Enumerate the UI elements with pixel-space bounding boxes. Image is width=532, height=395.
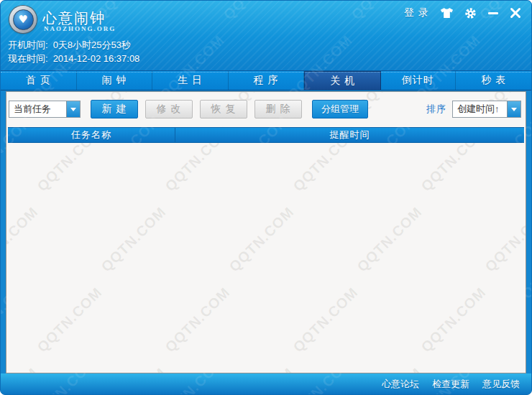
current-time-value: 2014-12-02 16:37:08 <box>53 53 140 64</box>
new-task-button[interactable]: 新 建 <box>91 100 138 118</box>
delete-task-button[interactable]: 删 除 <box>254 100 302 118</box>
sort-order-dropdown[interactable]: 创建时间↑ <box>452 101 521 118</box>
login-button[interactable]: 登 录 <box>404 6 429 19</box>
current-time-label: 现在时间: <box>8 53 48 64</box>
footer-link-feedback[interactable]: 意见反馈 <box>482 378 520 391</box>
column-header-remind-time[interactable]: 提醒时间 <box>175 128 524 142</box>
tab-home[interactable]: 首 页 <box>1 71 77 90</box>
sort-label: 排序 <box>426 103 446 116</box>
header: ♥ 心意闹钟 NAOZHONG.ORG 登 录 <box>1 1 531 70</box>
task-filter-dropdown[interactable]: 当前任务 <box>9 101 81 118</box>
app-logo: ♥ <box>9 6 37 33</box>
skin-icon[interactable] <box>440 7 454 19</box>
heart-icon: ♥ <box>18 14 27 25</box>
uptime-label: 开机时间: <box>8 40 48 50</box>
tab-bar: 首 页 闹 钟 生 日 程 序 关 机 倒计时 秒 表 <box>1 70 531 90</box>
column-header-task-name[interactable]: 任务名称 <box>8 128 175 142</box>
content-panel: QQTN.COMQQTN.COMQQTN.COMQQTN.COMQQTN.COM… <box>6 91 526 373</box>
gear-icon[interactable] <box>464 7 477 19</box>
logo-clock-face: ♥ <box>13 9 34 30</box>
current-time-line: 现在时间:2014-12-02 16:37:08 <box>8 52 139 65</box>
sort-controls: 排序 创建时间↑ <box>426 101 521 118</box>
titlebar-controls: 登 录 <box>404 6 521 19</box>
group-manage-button[interactable]: 分组管理 <box>312 100 368 118</box>
task-list-empty-area <box>8 144 524 371</box>
task-table-header: 任务名称 提醒时间 <box>8 127 524 143</box>
sort-order-value: 创建时间↑ <box>453 101 507 117</box>
app-subtitle: NAOZHONG.ORG <box>44 25 116 32</box>
tab-program[interactable]: 程 序 <box>229 71 305 90</box>
footer: 心意论坛 检查更新 意见反馈 <box>1 373 531 394</box>
sort-order-arrow-button[interactable] <box>507 101 520 117</box>
chevron-down-icon <box>511 108 517 114</box>
status-area: 开机时间:0天8小时25分53秒 现在时间:2014-12-02 16:37:0… <box>8 38 139 65</box>
footer-link-check-update[interactable]: 检查更新 <box>432 378 469 391</box>
close-icon[interactable] <box>510 7 521 19</box>
app-window: ♥ 心意闹钟 NAOZHONG.ORG 登 录 <box>0 0 532 395</box>
uptime-line: 开机时间:0天8小时25分53秒 <box>8 38 139 52</box>
tab-stopwatch[interactable]: 秒 表 <box>456 71 531 90</box>
chevron-down-icon <box>70 108 76 114</box>
minimize-icon[interactable] <box>487 7 499 19</box>
tab-countdown[interactable]: 倒计时 <box>380 71 457 90</box>
modify-task-button[interactable]: 修 改 <box>145 100 193 118</box>
task-filter-value: 当前任务 <box>9 101 66 117</box>
tab-alarm[interactable]: 闹 钟 <box>77 71 153 90</box>
task-filter-arrow-button[interactable] <box>66 101 80 117</box>
restore-task-button[interactable]: 恢 复 <box>200 100 247 118</box>
uptime-value: 0天8小时25分53秒 <box>53 40 131 50</box>
toolbar: 当前任务 新 建 修 改 恢 复 删 除 分组管理 排序 创建时间↑ <box>9 100 521 118</box>
tab-shutdown[interactable]: 关 机 <box>304 71 381 90</box>
footer-link-forum[interactable]: 心意论坛 <box>382 378 419 391</box>
tab-birthday[interactable]: 生 日 <box>152 71 229 90</box>
